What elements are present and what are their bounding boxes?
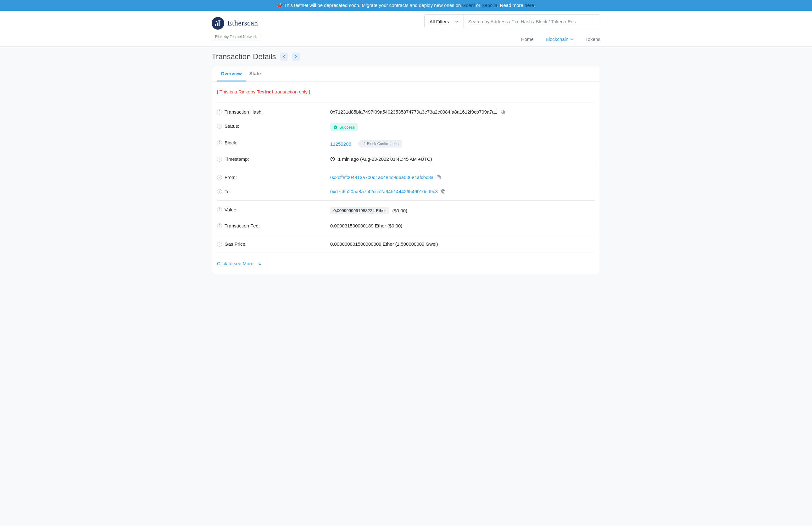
copy-icon[interactable] bbox=[436, 175, 441, 180]
help-icon[interactable]: ? bbox=[217, 223, 222, 228]
banner-text: 📣 This testnet will be deprecated soon. … bbox=[277, 2, 462, 8]
row-status: ?Status: Success bbox=[217, 119, 595, 136]
chevron-right-icon bbox=[294, 55, 298, 58]
svg-rect-3 bbox=[502, 111, 505, 114]
row-from: ?From: 0x2cff8f004913a700d1ac484c9d6a006… bbox=[217, 170, 595, 184]
copy-icon[interactable] bbox=[501, 110, 505, 114]
chevron-down-icon bbox=[570, 38, 573, 41]
clock-icon bbox=[330, 157, 335, 161]
help-icon[interactable]: ? bbox=[217, 140, 222, 145]
value-amount: 0.0099999991988224 Ether bbox=[330, 207, 389, 214]
row-gas: ?Gas Price: 0.000000001500000009 Ether (… bbox=[217, 237, 595, 251]
tab-state[interactable]: State bbox=[246, 66, 265, 82]
page-title: Transaction Details bbox=[212, 52, 276, 61]
main-nav: Home Blockchain Tokens bbox=[521, 33, 600, 46]
value-usd: ($0.00) bbox=[392, 208, 407, 213]
svg-rect-9 bbox=[443, 191, 445, 193]
help-icon[interactable]: ? bbox=[217, 242, 222, 247]
next-tx-button[interactable] bbox=[292, 53, 300, 61]
row-block: ?Block: 11250206 1 Block Confirmation bbox=[217, 136, 595, 152]
nav-blockchain[interactable]: Blockchain bbox=[546, 37, 574, 42]
banner-link-goerli[interactable]: Goerli bbox=[462, 2, 475, 8]
timestamp-value: 1 min ago (Aug-23-2022 01:41:45 AM +UTC) bbox=[338, 156, 432, 162]
help-icon[interactable]: ? bbox=[217, 207, 222, 212]
prev-tx-button[interactable] bbox=[280, 53, 288, 61]
arrow-down-icon bbox=[258, 261, 262, 266]
banner-link-sepolia[interactable]: Sepolia bbox=[481, 2, 497, 8]
help-icon[interactable]: ? bbox=[217, 189, 222, 194]
nav-tokens[interactable]: Tokens bbox=[585, 37, 600, 42]
svg-rect-7 bbox=[438, 176, 440, 179]
search-filter-dropdown[interactable]: All Filters bbox=[424, 15, 464, 28]
check-circle-icon bbox=[333, 125, 337, 129]
svg-rect-4 bbox=[501, 110, 504, 113]
svg-rect-8 bbox=[437, 175, 440, 178]
row-fee: ?Transaction Fee: 0.000031500000189 Ethe… bbox=[217, 219, 595, 233]
help-icon[interactable]: ? bbox=[217, 124, 222, 129]
help-icon[interactable]: ? bbox=[217, 175, 222, 180]
status-badge: Success bbox=[330, 123, 358, 131]
testnet-note: [ This is a Rinkeby Testnet transaction … bbox=[217, 87, 595, 101]
help-icon[interactable]: ? bbox=[217, 157, 222, 162]
chevron-down-icon bbox=[455, 19, 459, 23]
etherscan-logo-icon bbox=[212, 17, 224, 30]
gas-price-value: 0.000000001500000009 Ether (1.500000009 … bbox=[330, 241, 438, 247]
see-more-button[interactable]: Click to see More bbox=[217, 255, 262, 268]
block-confirmations: 1 Block Confirmation bbox=[360, 140, 403, 147]
from-address-link[interactable]: 0x2cff8f004913a700d1ac484c9d6a006e4afcbc… bbox=[330, 175, 433, 180]
tx-card: Overview State [ This is a Rinkeby Testn… bbox=[212, 66, 600, 274]
search-bar: All Filters bbox=[424, 14, 600, 28]
svg-rect-2 bbox=[219, 21, 219, 26]
search-input[interactable] bbox=[464, 15, 600, 28]
row-txhash: ?Transaction Hash: 0x71231d85bfa7497f09a… bbox=[217, 105, 595, 119]
block-link[interactable]: 11250206 bbox=[330, 141, 351, 146]
brand-name: Etherscan bbox=[227, 19, 258, 27]
help-icon[interactable]: ? bbox=[217, 110, 222, 114]
tab-overview[interactable]: Overview bbox=[217, 66, 246, 82]
network-badge: Rinkeby Testnet Network bbox=[212, 33, 260, 41]
nav-home[interactable]: Home bbox=[521, 37, 534, 42]
to-address-link[interactable]: 0xd7c6b20aa8a7f42cca2a945144426546010ed9… bbox=[330, 189, 438, 194]
row-value: ?Value: 0.0099999991988224 Ether ($0.00) bbox=[217, 203, 595, 219]
chevron-left-icon bbox=[282, 55, 286, 58]
deprecation-banner: 📣 This testnet will be deprecated soon. … bbox=[0, 0, 812, 11]
row-timestamp: ?Timestamp: 1 min ago (Aug-23-2022 01:41… bbox=[217, 152, 595, 166]
tabs: Overview State bbox=[212, 66, 600, 82]
banner-link-here[interactable]: here bbox=[525, 2, 534, 8]
fee-value: 0.000031500000189 Ether ($0.00) bbox=[330, 223, 402, 228]
svg-rect-10 bbox=[441, 190, 444, 192]
row-to: ?To: 0xd7c6b20aa8a7f42cca2a9451444265460… bbox=[217, 184, 595, 199]
logo[interactable]: Etherscan bbox=[212, 17, 260, 30]
svg-rect-1 bbox=[217, 22, 218, 26]
tx-hash-value: 0x71231d85bfa7497f09a54023535874779a3e73… bbox=[330, 109, 497, 114]
copy-icon[interactable] bbox=[441, 189, 446, 194]
svg-rect-0 bbox=[215, 24, 216, 26]
header: Etherscan Rinkeby Testnet Network All Fi… bbox=[0, 11, 812, 46]
